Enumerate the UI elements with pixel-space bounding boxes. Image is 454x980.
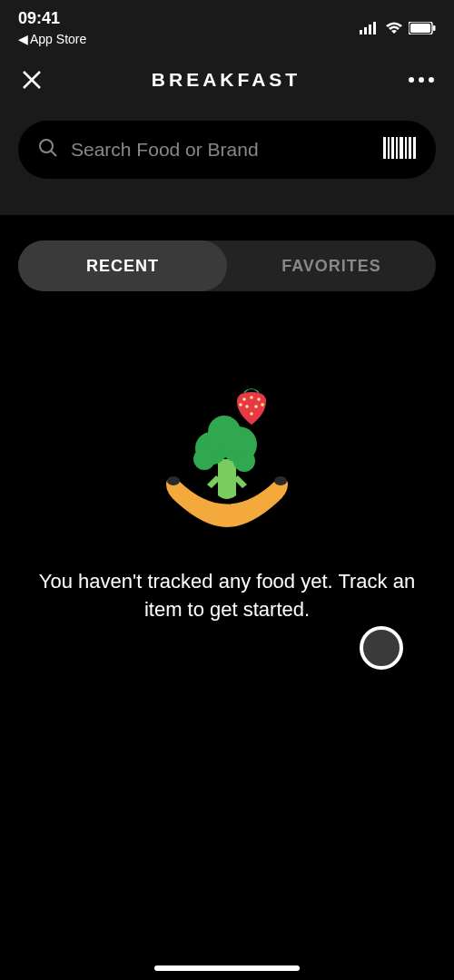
search-area	[0, 108, 454, 215]
back-caret-icon: ◀	[18, 32, 28, 46]
tabs-area: RECENT FAVORITES	[0, 215, 454, 300]
search-bar[interactable]	[18, 121, 436, 179]
svg-point-31	[250, 412, 253, 416]
svg-point-20	[274, 476, 287, 485]
svg-rect-12	[388, 137, 390, 159]
wifi-icon	[385, 22, 403, 34]
svg-rect-14	[396, 137, 398, 159]
dot-icon	[419, 77, 424, 83]
svg-rect-16	[405, 137, 407, 159]
svg-point-28	[257, 397, 261, 401]
svg-line-10	[51, 151, 56, 156]
search-input[interactable]	[71, 139, 370, 161]
svg-point-30	[254, 405, 258, 408]
svg-point-26	[242, 397, 246, 401]
tab-favorites[interactable]: FAVORITES	[227, 240, 436, 291]
svg-point-24	[193, 448, 215, 470]
svg-point-33	[261, 403, 264, 407]
floating-action-button[interactable]	[360, 626, 403, 670]
svg-point-23	[208, 416, 241, 448]
svg-rect-2	[369, 24, 371, 34]
svg-point-25	[233, 450, 255, 472]
back-to-app[interactable]: ◀ App Store	[18, 32, 86, 46]
svg-point-19	[167, 476, 180, 485]
close-icon	[22, 70, 42, 90]
page-title: BREAKFAST	[152, 69, 301, 91]
svg-rect-5	[410, 24, 430, 33]
header: BREAKFAST	[0, 46, 454, 108]
signal-icon	[360, 22, 380, 34]
more-button[interactable]	[409, 77, 434, 83]
svg-rect-13	[391, 137, 394, 159]
status-icons	[360, 22, 436, 34]
svg-point-32	[239, 403, 242, 407]
dot-icon	[429, 77, 434, 83]
svg-rect-1	[364, 27, 367, 34]
svg-point-29	[245, 405, 249, 408]
svg-rect-15	[400, 137, 403, 159]
battery-icon	[409, 22, 436, 34]
svg-point-9	[40, 140, 53, 152]
svg-rect-18	[413, 137, 416, 159]
svg-rect-0	[360, 30, 362, 34]
tabs: RECENT FAVORITES	[18, 240, 436, 291]
search-icon	[38, 138, 58, 162]
close-button[interactable]	[20, 68, 44, 92]
svg-point-27	[250, 396, 253, 399]
tab-recent[interactable]: RECENT	[18, 240, 227, 291]
svg-rect-11	[383, 137, 386, 159]
svg-rect-6	[433, 25, 436, 31]
empty-state: You haven't tracked any food yet. Track …	[0, 300, 454, 624]
status-bar: 09:41 ◀ App Store	[0, 0, 454, 46]
barcode-button[interactable]	[383, 137, 416, 162]
barcode-icon	[383, 137, 416, 159]
svg-rect-17	[409, 137, 411, 159]
back-app-label: App Store	[30, 32, 86, 46]
home-indicator[interactable]	[154, 965, 300, 971]
food-illustration	[150, 387, 304, 532]
svg-rect-3	[373, 22, 376, 34]
status-time: 09:41	[18, 9, 86, 28]
dot-icon	[409, 77, 414, 83]
empty-message: You haven't tracked any food yet. Track …	[27, 568, 427, 624]
